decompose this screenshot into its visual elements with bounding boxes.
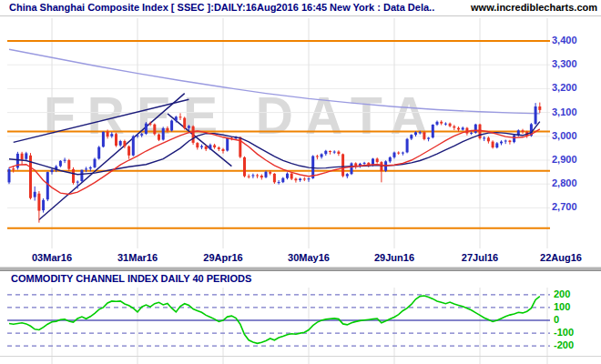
price-axis-label: 3,300	[552, 58, 597, 69]
cci-axis-label: -200	[554, 339, 599, 350]
price-axis-label: 3,100	[552, 106, 597, 117]
date-axis-label: 29Apr16	[203, 252, 242, 263]
price-and-cci-chart-surface[interactable]	[0, 0, 601, 364]
date-axis-label: 03Mar16	[32, 252, 72, 263]
price-axis-label: 3,200	[552, 82, 597, 93]
price-axis-label: 3,000	[552, 130, 597, 141]
price-axis-label: 2,800	[552, 177, 597, 188]
date-axis-label: 29Jun16	[374, 252, 414, 263]
price-axis-label: 2,900	[552, 154, 597, 165]
cci-bottom-border	[0, 356, 601, 357]
panel-separator[interactable]	[0, 267, 601, 271]
price-axis-label: 2,700	[552, 201, 597, 212]
price-axis-label: 3,400	[552, 35, 597, 46]
cci-axis-label: 200	[554, 288, 599, 299]
date-axis-label: 30May16	[288, 252, 330, 263]
chart-application: China Shanghai Composite Index [ SSEC ]:…	[0, 0, 601, 364]
cci-panel-title: COMMODITY CHANNEL INDEX DAILY 40 PERIODS	[11, 273, 251, 284]
cci-axis-label: -100	[554, 327, 599, 338]
cci-axis-label: 0	[554, 314, 599, 325]
date-axis-label: 31Mar16	[117, 252, 158, 263]
date-axis-label: 22Aug16	[540, 252, 582, 263]
cci-axis-label: 100	[554, 301, 599, 312]
date-axis-label: 27Jul16	[462, 252, 498, 263]
